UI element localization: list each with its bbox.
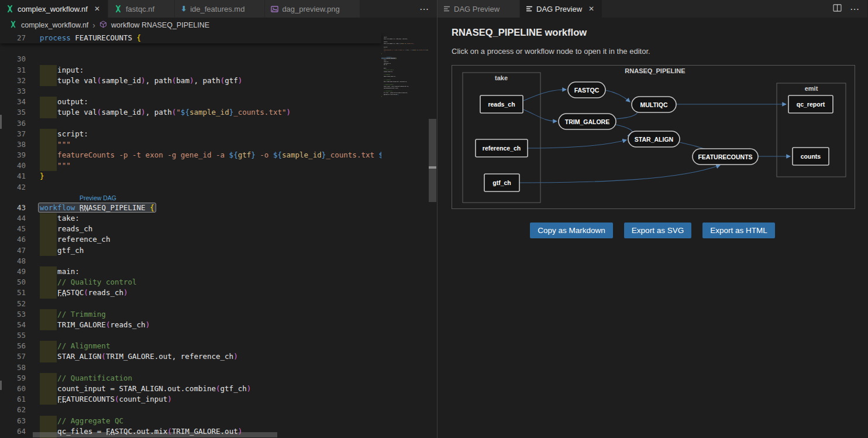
symbol-cube-icon <box>99 20 107 30</box>
node-reference-ch[interactable]: reference_ch <box>476 139 528 157</box>
vscode-window: complex_workflow.nf ✕ fastqc.nf ⬇ ide_fe… <box>0 0 868 438</box>
code-line[interactable]: 56 // Alignment <box>0 341 381 351</box>
export-as-html-button[interactable]: Export as HTML <box>702 223 775 238</box>
tab-dag-preview-inactive[interactable]: DAG Preview <box>438 0 520 18</box>
svg-text:reference_ch: reference_ch <box>483 145 521 152</box>
code-line[interactable]: 36 <box>0 118 381 129</box>
code-line[interactable]: 38 """ <box>0 139 381 150</box>
dag-diagram: RNASEQ_PIPELINE take emit <box>452 65 855 209</box>
svg-text:qc_report: qc_report <box>797 101 825 108</box>
code-editor[interactable]: 27process FEATURECOUNTS { 3031 input:32 … <box>0 33 437 438</box>
code-line[interactable]: 45 reads_ch <box>0 224 381 234</box>
sticky-scroll-line[interactable]: 27process FEATURECOUNTS { <box>0 33 381 43</box>
copy-as-markdown-button[interactable]: Copy as Markdown <box>530 223 613 238</box>
tab-label: dag_preview.png <box>282 5 339 13</box>
nextflow-icon <box>6 5 14 13</box>
node-star-align[interactable]: STAR_ALIGN <box>628 131 680 147</box>
export-as-svg-button[interactable]: Export as SVG <box>624 223 691 238</box>
code-line[interactable]: 66} <box>381 95 428 97</box>
code-line[interactable]: 49 main: <box>0 266 381 277</box>
code-line[interactable]: 53 // Trimming <box>0 309 381 320</box>
close-icon[interactable]: ✕ <box>92 5 102 13</box>
tab-bar-left: complex_workflow.nf ✕ fastqc.nf ⬇ ide_fe… <box>0 0 437 18</box>
code-line[interactable]: 48 <box>0 256 381 266</box>
code-line[interactable]: 27process FEATURECOUNTS { <box>0 33 381 43</box>
gutter-decoration <box>0 381 2 390</box>
code-line[interactable]: 47 gtf_ch <box>0 245 381 256</box>
codelens-row[interactable]: Preview DAG <box>0 193 381 203</box>
code-line[interactable]: 37 script: <box>0 129 381 139</box>
code-line[interactable]: 54 TRIM_GALORE(reads_ch) <box>0 320 381 330</box>
cursor-position-marker <box>429 166 436 169</box>
code-line[interactable]: 57 STAR_ALIGN(TRIM_GALORE.out, reference… <box>0 351 381 362</box>
code-line[interactable]: 40 """ <box>0 160 381 171</box>
nextflow-icon <box>9 20 17 30</box>
code-line[interactable]: 32 tuple val(sample_id), path(bam), path… <box>0 76 381 86</box>
split-editor-icon[interactable] <box>833 4 842 14</box>
vertical-scrollbar[interactable] <box>428 33 437 438</box>
preview-icon <box>526 5 533 12</box>
code-line[interactable]: 64 qc_files = FASTQC.out.mix(TRIM_GALORE… <box>0 426 381 437</box>
scrollbar-thumb[interactable] <box>429 119 436 202</box>
code-line[interactable]: 51 FASTQC(reads_ch) <box>0 288 381 298</box>
code-line[interactable]: 33 <box>0 86 381 97</box>
tab-complex-workflow[interactable]: complex_workflow.nf ✕ <box>0 0 108 18</box>
svg-text:emit: emit <box>805 85 818 92</box>
node-fastqc[interactable]: FASTQC <box>568 82 605 98</box>
minimap[interactable]: 3031 input:32 tuple val(sample_id), path… <box>381 33 428 438</box>
panel-heading: RNASEQ_PIPELINE workflow <box>452 27 853 38</box>
svg-text:reads_ch: reads_ch <box>488 101 515 108</box>
breadcrumb-symbol[interactable]: workflow RNASEQ_PIPELINE <box>111 21 209 29</box>
node-qc-report[interactable]: qc_report <box>788 95 833 113</box>
code-line[interactable]: 50 // Quality control <box>0 277 381 288</box>
code-line[interactable]: 52 <box>0 299 381 309</box>
tab-ide-features[interactable]: ⬇ ide_features.md <box>175 0 265 18</box>
tab-fastqc[interactable]: fastqc.nf <box>108 0 175 18</box>
markdown-icon: ⬇ <box>181 5 187 13</box>
code-line[interactable]: 55 <box>0 330 381 341</box>
code-line[interactable]: 34 output: <box>0 97 381 107</box>
dag-preview-panel: RNASEQ_PIPELINE workflow Click on a proc… <box>438 18 867 438</box>
codelens-preview-dag-link[interactable]: Preview DAG <box>40 194 116 201</box>
code-line[interactable] <box>0 43 381 54</box>
code-line[interactable]: 39 featureCounts -p -t exon -g gene_id -… <box>0 150 381 160</box>
chevron-right-icon: › <box>92 20 95 30</box>
tab-dag-preview-active[interactable]: DAG Preview ✕ <box>520 0 602 18</box>
svg-text:counts: counts <box>801 153 821 160</box>
tab-label: ide_features.md <box>190 5 244 13</box>
node-trim-galore[interactable]: TRIM_GALORE <box>559 114 616 129</box>
code-line[interactable]: 43workflow RNASEQ_PIPELINE { <box>0 203 381 213</box>
code-line[interactable]: 30 <box>0 54 381 64</box>
node-reads-ch[interactable]: reads_ch <box>480 95 523 113</box>
code-line[interactable]: 61 FEATURECOUNTS(count_input) <box>0 394 381 405</box>
code-line[interactable]: 59 // Quantification <box>0 373 381 384</box>
code-line[interactable]: 42 <box>0 182 381 193</box>
svg-text:STAR_ALIGN: STAR_ALIGN <box>635 136 673 143</box>
code-line[interactable]: 41} <box>0 171 381 182</box>
node-multiqc[interactable]: MULTIQC <box>632 97 676 112</box>
code-line[interactable]: 31 input: <box>0 65 381 76</box>
node-featurecounts[interactable]: FEATURECOUNTS <box>693 149 758 165</box>
svg-text:MULTIQC: MULTIQC <box>640 101 667 108</box>
more-actions-icon[interactable]: ⋯ <box>419 0 437 18</box>
code-lines[interactable]: 3031 input:32 tuple val(sample_id), path… <box>0 43 381 438</box>
svg-text:take: take <box>495 74 508 81</box>
tab-label: fastqc.nf <box>126 5 154 13</box>
code-line[interactable]: 35 tuple val(sample_id), path("${sample_… <box>0 107 381 118</box>
code-line[interactable]: 63 // Aggregate QC <box>0 416 381 426</box>
code-line[interactable]: 46 reference_ch <box>0 234 381 245</box>
node-gtf-ch[interactable]: gtf_ch <box>484 174 519 191</box>
code-line[interactable]: 44 take: <box>0 213 381 224</box>
code-line[interactable]: 62 <box>0 405 381 415</box>
close-icon[interactable]: ✕ <box>587 5 596 13</box>
more-actions-icon[interactable]: ⋯ <box>850 4 859 15</box>
tab-label: complex_workflow.nf <box>18 5 88 13</box>
breadcrumb-file[interactable]: complex_workflow.nf <box>21 21 88 29</box>
editor-group-right: DAG Preview DAG Preview ✕ ⋯ RNASEQ_PIPEL… <box>438 0 867 438</box>
tab-dag-preview-png[interactable]: dag_preview.png <box>265 0 360 18</box>
svg-text:gtf_ch: gtf_ch <box>492 179 511 186</box>
code-line[interactable]: 58 <box>0 362 381 373</box>
nextflow-icon <box>114 5 122 13</box>
code-line[interactable]: 60 count_input = STAR_ALIGN.out.combine(… <box>0 384 381 394</box>
node-counts[interactable]: counts <box>793 148 829 165</box>
